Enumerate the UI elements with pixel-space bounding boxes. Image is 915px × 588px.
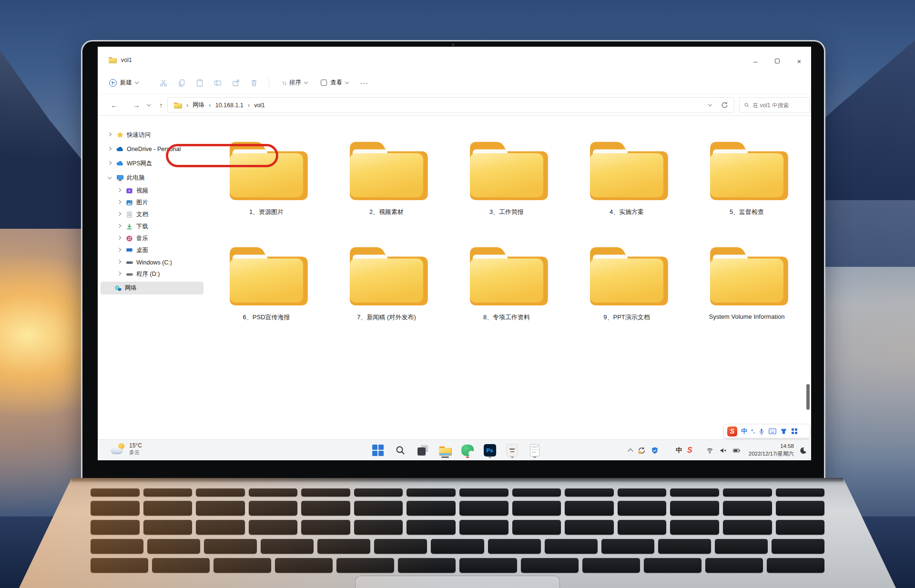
folder-item[interactable]: 2、视频素材 [326,132,447,238]
keyboard-key [772,539,824,554]
maximize-button[interactable] [766,52,788,70]
pictures-icon [126,199,133,206]
share-button[interactable] [227,79,245,87]
folder-item[interactable]: 5、监督检查 [687,132,807,238]
sidebar-item-desktop[interactable]: 桌面 [98,244,206,256]
delete-button[interactable] [245,79,263,87]
clock[interactable]: 14:58 2022/12/17/星期六 [749,443,794,457]
mic-icon[interactable] [758,428,765,435]
search-input[interactable] [752,102,805,109]
up-button[interactable]: ↑ [154,94,168,116]
paste-icon [195,79,204,87]
battery-icon[interactable] [732,447,742,454]
crumb-host[interactable]: 10.168.1.1 [215,102,244,109]
folder-item[interactable]: 4、实施方案 [567,132,687,238]
folder-item[interactable]: 1、资源图片 [206,132,326,238]
sogou-tray-icon[interactable]: S [687,446,692,455]
sidebar-item-downloads[interactable]: 下载 [98,221,206,233]
task-view-button[interactable] [416,442,430,458]
security-shield-icon[interactable] [651,446,659,455]
sidebar-item-drive-d[interactable]: 程序 (D:) [98,268,206,280]
chevron-down-icon [135,80,139,84]
keyboard-key [582,558,640,573]
view-button[interactable]: 查看 [321,79,348,87]
sogou-logo[interactable]: S [727,426,737,436]
close-button[interactable]: × [788,52,810,70]
chevron-right-icon [117,248,121,252]
taskbar-search-button[interactable] [393,442,407,458]
more-options-button[interactable]: ··· [360,79,368,87]
forward-button[interactable]: → [129,94,143,116]
address-dropdown-chevron[interactable] [708,102,712,106]
document-app-button[interactable] [528,442,542,458]
wifi-icon[interactable] [706,447,714,454]
folder-item[interactable]: 3、工作简报 [447,132,567,238]
view-icon [321,80,327,86]
sidebar-item-music[interactable]: 音乐 [98,233,206,244]
refresh-icon[interactable] [721,101,728,109]
minimize-button[interactable]: – [744,52,766,70]
sidebar-item-drive-c[interactable]: Windows (C:) [98,256,206,268]
crumb-vol1[interactable]: vol1 [254,102,265,109]
ime-indicator[interactable]: 中 [676,446,682,455]
address-bar[interactable]: › 网络 › 10.168.1.1 › vol1 [167,97,734,113]
rename-button[interactable] [209,79,227,87]
sidebar-item-network[interactable]: 网络 [101,282,203,294]
sidebar-item-videos[interactable]: 视频 [98,185,206,197]
folder-item[interactable]: 6、PSD宣传海报 [206,238,326,343]
crumb-network[interactable]: 网络 [193,101,204,109]
sidebar-item-wps-cloud[interactable]: WPS网盘 [98,156,206,171]
toolbox-grid-icon[interactable] [791,428,798,435]
folder-icon [225,132,308,200]
folder-item[interactable]: 8、专项工作资料 [447,238,567,343]
crumb-separator: › [186,101,188,109]
keyboard-key [459,488,508,497]
clock-date: 2022/12/17/星期六 [749,450,794,458]
folder-item[interactable]: System Volume Information [687,238,807,343]
sidebar-item-pictures[interactable]: 图片 [98,197,206,209]
ime-mode-button[interactable]: 中 [741,427,747,436]
photoshop-button[interactable]: Ps [483,442,497,458]
search-box[interactable] [739,97,810,113]
system-tray: 中 S 14:58 2022/12/17/星期六 [629,440,807,460]
sidebar-item-this-pc[interactable]: 此电脑 [98,171,206,185]
notes-app-button[interactable] [505,442,519,458]
videos-icon [126,187,133,194]
keyboard-key [407,520,456,535]
wps-cloud-icon [116,160,124,167]
wechat-button[interactable] [460,442,475,458]
paste-button[interactable] [191,79,209,87]
copy-button[interactable] [173,79,191,87]
weather-widget[interactable]: 15°C 多云 [111,442,142,456]
sidebar-item-documents[interactable]: 文档 [98,209,206,221]
file-explorer-button[interactable] [438,442,452,458]
cut-button[interactable] [154,79,173,87]
keyboard-icon[interactable] [769,428,776,435]
back-button[interactable]: ← [107,94,122,116]
recent-locations-button[interactable] [143,94,154,116]
folder-grid: 1、资源图片 2、视频素材 3、工作简报 4、实施方案 [206,132,809,343]
keyboard-key [196,520,245,535]
task-view-icon [417,445,428,456]
folder-item[interactable]: 9、PPT演示文档 [567,238,687,343]
punctuation-button[interactable]: °, [751,428,754,434]
hidden-icons-chevron[interactable] [628,448,633,454]
folder-item[interactable]: 7、新闻稿 (对外发布) [326,238,447,343]
keyboard-key [336,558,394,573]
sidebar-item-onedrive[interactable]: OneDrive - Personal [98,142,206,156]
update-sync-icon[interactable] [638,446,646,455]
address-row: ← → ↑ › 网络 › 10.168.1.1 › vol1 [98,94,811,116]
keyboard-key [565,520,614,535]
folder-label: 4、实施方案 [610,208,644,216]
skin-shirt-icon[interactable] [780,428,787,435]
volume-muted-icon[interactable] [719,447,727,454]
sort-button[interactable]: ↑↓ 排序 [282,79,307,87]
night-mode-moon-icon[interactable] [799,446,807,455]
new-button[interactable]: 新建 [109,79,138,87]
scrollbar-thumb[interactable] [806,384,810,410]
chevron-down-icon [147,102,151,106]
chevron-right-icon [117,272,121,275]
keyboard-key [512,520,561,535]
start-button[interactable] [371,442,385,458]
sidebar-item-quick-access[interactable]: 快速访问 [98,128,206,142]
